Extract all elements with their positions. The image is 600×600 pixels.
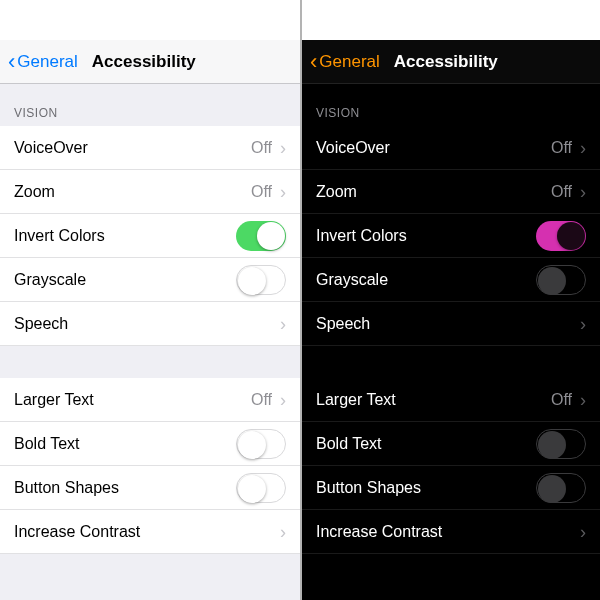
row-label: VoiceOver	[14, 139, 88, 157]
toggle-knob	[238, 475, 266, 503]
page-title: Accessibility	[394, 52, 498, 72]
nav-bar: ‹ General Accessibility	[302, 40, 600, 84]
row-label: Bold Text	[14, 435, 80, 453]
row-invert-colors: Invert Colors	[0, 214, 300, 258]
status-gap	[0, 0, 300, 40]
row-label: Zoom	[316, 183, 357, 201]
row-larger-text[interactable]: Larger Text Off ›	[0, 378, 300, 422]
row-label: Speech	[316, 315, 370, 333]
pane-light: ‹ General Accessibility VISION VoiceOver…	[0, 0, 300, 600]
row-larger-text[interactable]: Larger Text Off ›	[302, 378, 600, 422]
row-value: Off	[551, 391, 572, 409]
chevron-right-icon: ›	[580, 391, 586, 409]
chevron-left-icon: ‹	[310, 51, 317, 73]
toggle-knob	[538, 475, 566, 503]
nav-bar: ‹ General Accessibility	[0, 40, 300, 84]
row-voiceover[interactable]: VoiceOver Off ›	[302, 126, 600, 170]
row-speech[interactable]: Speech ›	[0, 302, 300, 346]
row-label: Zoom	[14, 183, 55, 201]
row-value: Off	[551, 183, 572, 201]
row-label: Larger Text	[316, 391, 396, 409]
toggle-bold-text[interactable]	[236, 429, 286, 459]
chevron-right-icon: ›	[580, 183, 586, 201]
row-label: Larger Text	[14, 391, 94, 409]
toggle-grayscale[interactable]	[536, 265, 586, 295]
row-bold-text: Bold Text	[302, 422, 600, 466]
pane-dark: ‹ General Accessibility VISION VoiceOver…	[300, 0, 600, 600]
row-label: Grayscale	[316, 271, 388, 289]
toggle-invert-colors[interactable]	[236, 221, 286, 251]
section-gap	[302, 346, 600, 378]
row-value: Off	[251, 183, 272, 201]
row-invert-colors: Invert Colors	[302, 214, 600, 258]
row-label: Speech	[14, 315, 68, 333]
row-increase-contrast[interactable]: Increase Contrast ›	[302, 510, 600, 554]
row-button-shapes: Button Shapes	[0, 466, 300, 510]
toggle-grayscale[interactable]	[236, 265, 286, 295]
chevron-right-icon: ›	[280, 391, 286, 409]
row-label: VoiceOver	[316, 139, 390, 157]
chevron-right-icon: ›	[280, 183, 286, 201]
section-gap	[0, 346, 300, 378]
toggle-button-shapes[interactable]	[536, 473, 586, 503]
row-label: Invert Colors	[14, 227, 105, 245]
row-label: Increase Contrast	[14, 523, 140, 541]
section-vision-label: VISION	[302, 84, 600, 126]
row-label: Grayscale	[14, 271, 86, 289]
row-speech[interactable]: Speech ›	[302, 302, 600, 346]
row-increase-contrast[interactable]: Increase Contrast ›	[0, 510, 300, 554]
row-label: Button Shapes	[14, 479, 119, 497]
toggle-knob	[557, 222, 585, 250]
toggle-invert-colors[interactable]	[536, 221, 586, 251]
row-label: Invert Colors	[316, 227, 407, 245]
row-voiceover[interactable]: VoiceOver Off ›	[0, 126, 300, 170]
back-button[interactable]: ‹ General	[310, 51, 380, 73]
row-zoom[interactable]: Zoom Off ›	[0, 170, 300, 214]
row-grayscale: Grayscale	[0, 258, 300, 302]
chevron-right-icon: ›	[280, 523, 286, 541]
back-label: General	[17, 52, 77, 72]
toggle-knob	[538, 267, 566, 295]
row-label: Increase Contrast	[316, 523, 442, 541]
toggle-bold-text[interactable]	[536, 429, 586, 459]
row-label: Bold Text	[316, 435, 382, 453]
section-vision-label: VISION	[0, 84, 300, 126]
row-label: Button Shapes	[316, 479, 421, 497]
row-button-shapes: Button Shapes	[302, 466, 600, 510]
row-value: Off	[551, 139, 572, 157]
toggle-button-shapes[interactable]	[236, 473, 286, 503]
toggle-knob	[538, 431, 566, 459]
toggle-knob	[238, 267, 266, 295]
chevron-right-icon: ›	[580, 139, 586, 157]
row-value: Off	[251, 139, 272, 157]
page-title: Accessibility	[92, 52, 196, 72]
row-value: Off	[251, 391, 272, 409]
row-zoom[interactable]: Zoom Off ›	[302, 170, 600, 214]
back-label: General	[319, 52, 379, 72]
chevron-right-icon: ›	[280, 139, 286, 157]
toggle-knob	[257, 222, 285, 250]
back-button[interactable]: ‹ General	[8, 51, 78, 73]
chevron-right-icon: ›	[280, 315, 286, 333]
chevron-right-icon: ›	[580, 315, 586, 333]
chevron-left-icon: ‹	[8, 51, 15, 73]
chevron-right-icon: ›	[580, 523, 586, 541]
row-bold-text: Bold Text	[0, 422, 300, 466]
toggle-knob	[238, 431, 266, 459]
status-gap	[302, 0, 600, 40]
row-grayscale: Grayscale	[302, 258, 600, 302]
